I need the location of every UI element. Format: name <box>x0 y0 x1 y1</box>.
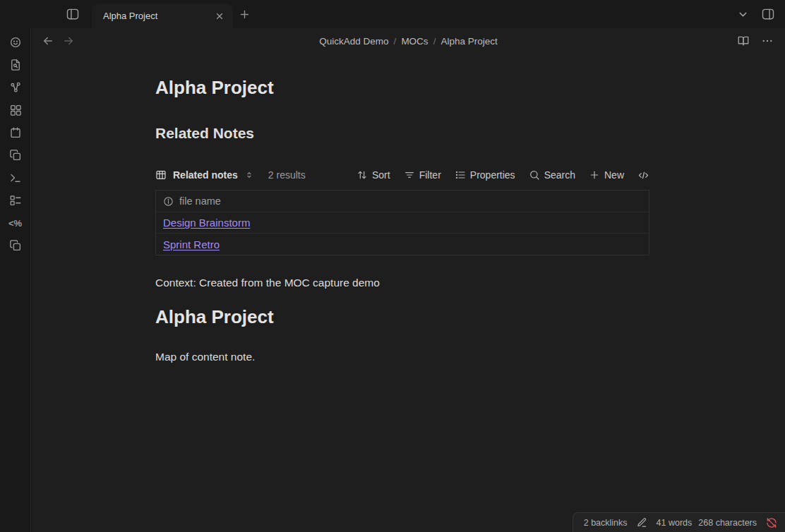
more-options-icon[interactable] <box>761 35 774 47</box>
tab-list-chevron-icon[interactable] <box>737 8 749 20</box>
properties-label: Properties <box>470 169 515 181</box>
breadcrumb: QuickAdd Demo / MOCs / Alpha Project <box>319 36 497 47</box>
tab-bar: Alpha Project <box>0 0 785 28</box>
file-search-icon[interactable] <box>9 59 22 71</box>
sort-button[interactable]: Sort <box>356 169 390 181</box>
sync-error-icon[interactable] <box>766 517 777 528</box>
results-count: 2 results <box>268 169 306 181</box>
filter-label: Filter <box>419 169 441 181</box>
templater-glyph: <% <box>8 218 22 229</box>
clock-icon[interactable] <box>9 36 22 49</box>
status-bar: 2 backlinks 41 words 268 characters <box>573 512 785 532</box>
view-header: QuickAdd Demo / MOCs / Alpha Project <box>32 28 785 54</box>
tab-alpha-project[interactable]: Alpha Project <box>92 4 233 28</box>
chevrons-up-down-icon <box>245 171 253 179</box>
calendar-icon[interactable] <box>9 126 22 139</box>
new-tab-icon[interactable] <box>239 8 251 20</box>
templater-icon[interactable]: <% <box>9 217 22 229</box>
sidebar-left-toggle-icon[interactable] <box>66 7 80 21</box>
breadcrumb-segment-folder[interactable]: MOCs <box>401 36 428 47</box>
copy-files-icon[interactable] <box>9 149 22 162</box>
forward-arrow-icon[interactable] <box>62 35 75 47</box>
table-row: Design Brainstorm <box>156 212 649 234</box>
sidebar-right-toggle-icon[interactable] <box>761 7 775 21</box>
base-table: file name Design Brainstorm Sprint Retro <box>155 190 649 255</box>
note-link-sprint-retro[interactable]: Sprint Retro <box>163 238 220 250</box>
copy-files-icon-2[interactable] <box>9 239 22 252</box>
tab-title: Alpha Project <box>103 11 213 21</box>
backlinks-count[interactable]: 2 backlinks <box>584 518 628 528</box>
graph-icon[interactable] <box>9 81 22 94</box>
layout-list-icon[interactable] <box>9 194 22 207</box>
code-view-icon[interactable] <box>637 169 649 181</box>
note-link-design-brainstorm[interactable]: Design Brainstorm <box>163 217 250 229</box>
breadcrumb-separator: / <box>433 36 436 47</box>
close-icon[interactable] <box>213 10 226 23</box>
search-label: Search <box>544 169 575 181</box>
note-editor: Alpha Project Related Notes Related note… <box>155 77 649 365</box>
base-toolbar: Related notes 2 results Sort Filter Prop… <box>155 166 649 184</box>
breadcrumb-segment-vault[interactable]: QuickAdd Demo <box>319 36 388 47</box>
search-button[interactable]: Search <box>529 169 575 181</box>
breadcrumb-separator: / <box>394 36 397 47</box>
column-header-label: file name <box>179 195 221 207</box>
properties-button[interactable]: Properties <box>455 169 515 181</box>
ribbon: <% <box>0 28 31 532</box>
sort-label: Sort <box>372 169 390 181</box>
section-heading: Related Notes <box>155 124 649 142</box>
word-count: 41 words <box>657 518 693 528</box>
workspace: QuickAdd Demo / MOCs / Alpha Project Alp… <box>32 28 785 532</box>
base-view-switcher[interactable]: Related notes <box>155 169 253 181</box>
terminal-icon[interactable] <box>9 171 22 184</box>
new-label: New <box>604 169 624 181</box>
info-icon <box>163 196 174 207</box>
filter-button[interactable]: Filter <box>404 169 441 181</box>
character-count: 268 characters <box>698 518 757 528</box>
new-entry-button[interactable]: New <box>589 169 624 181</box>
embed-note-title: Alpha Project <box>155 306 649 328</box>
context-paragraph: Context: Created from the MOC capture de… <box>155 275 649 291</box>
layout-grid-icon[interactable] <box>9 104 22 116</box>
moc-paragraph: Map of content note. <box>155 349 649 365</box>
base-view-name: Related notes <box>173 169 238 181</box>
table-row: Sprint Retro <box>156 234 649 255</box>
edit-mode-pencil-icon[interactable] <box>637 517 647 528</box>
table-column-header-file-name[interactable]: file name <box>156 191 649 212</box>
note-title: Alpha Project <box>155 77 649 99</box>
back-arrow-icon[interactable] <box>42 35 54 47</box>
reading-view-icon[interactable] <box>737 35 750 47</box>
breadcrumb-segment-note[interactable]: Alpha Project <box>441 36 497 47</box>
